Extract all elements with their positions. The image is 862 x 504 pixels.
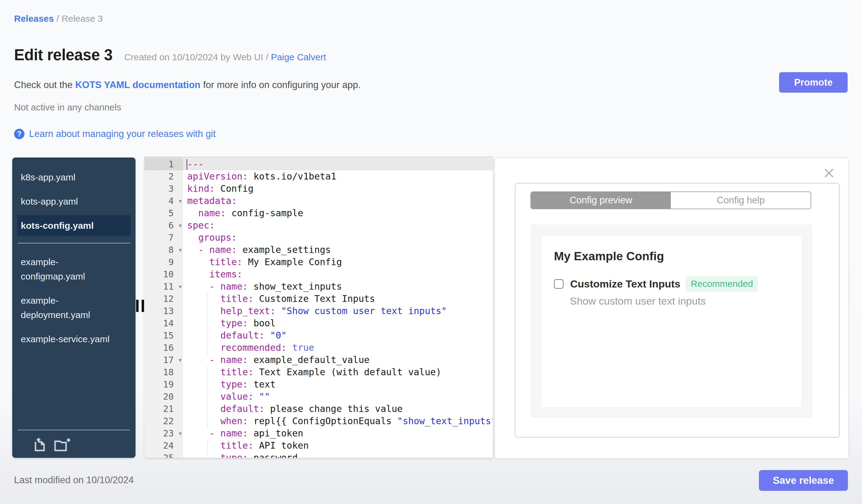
line-number: 8▾ [144,244,183,256]
promote-button[interactable]: Promote [779,72,848,93]
line-number: 10 [144,268,183,280]
sidebar-file-k8s-app.yaml[interactable]: k8s-app.yaml [12,167,135,188]
save-release-button[interactable]: Save release [759,470,848,491]
sidebar-file-example-service.yaml[interactable]: example-service.yaml [12,329,135,349]
sidebar-file-kots-app.yaml[interactable]: kots-app.yaml [12,191,135,212]
code-line-15[interactable]: 15 default: "0" [144,329,493,342]
sidebar-file-example-deployment.yaml[interactable]: example-deployment.yaml [12,290,135,326]
code-line-21[interactable]: 21 default: please change this value [144,403,493,415]
yaml-code-editor[interactable]: 1---2apiVersion: kots.io/v1beta13kind: C… [144,157,493,458]
channel-status: Not active in any channels [14,102,121,112]
fold-arrow-icon[interactable]: ▾ [179,280,182,293]
git-releases-link[interactable]: Learn about managing your releases with … [29,129,216,140]
add-file-icon[interactable] [32,437,47,452]
line-number: 13 [144,305,183,317]
code-line-10[interactable]: 10 items: [144,268,493,280]
sidebar-bottom-divider [18,430,130,430]
file-tree-sidebar: k8s-app.yamlkots-app.yamlkots-config.yam… [12,158,135,458]
breadcrumb: Releases / Release 3 [14,13,103,24]
code-text: type: text [183,378,276,390]
line-number: 23▾ [144,427,183,439]
line-number: 21 [144,403,183,415]
line-number: 6▾ [144,219,183,231]
tab-config-preview[interactable]: Config preview [531,192,671,209]
code-text: items: [183,268,243,280]
docs-suffix: for more info on configuring your app. [200,80,361,90]
code-text: title: Text Example (with default value) [183,366,441,378]
code-line-1[interactable]: 1--- [144,158,493,170]
code-line-24[interactable]: 24 title: API token [144,439,493,452]
fold-arrow-icon[interactable]: ▾ [179,427,182,439]
code-line-11[interactable]: 11▾ - name: show_text_inputs [144,280,493,293]
code-line-17[interactable]: 17▾ - name: example_default_value [144,354,493,366]
code-line-6[interactable]: 6▾spec: [144,219,493,231]
fold-arrow-icon[interactable]: ▾ [179,195,182,207]
code-line-13[interactable]: 13 help_text: "Show custom user text inp… [144,305,493,317]
code-text: --- [183,158,204,170]
file-list: k8s-app.yamlkots-app.yamlkots-config.yam… [12,167,135,353]
config-preview-panel: Config previewConfig help My Example Con… [495,158,849,459]
code-line-18[interactable]: 18 title: Text Example (with default val… [144,366,493,378]
code-line-22[interactable]: 22 when: repl{{ ConfigOptionEquals "show… [144,415,493,427]
sidebar-resize-handle[interactable] [136,300,144,312]
editor-rows: 1---2apiVersion: kots.io/v1beta13kind: C… [144,158,493,458]
breadcrumb-separator: / [54,13,62,24]
author-link[interactable]: Paige Calvert [271,52,326,62]
recommended-badge: Recommended [686,276,758,291]
tab-config-help[interactable]: Config help [671,192,811,209]
code-text: title: Customize Text Inputs [183,293,375,305]
code-text: kind: Config [183,183,253,195]
last-modified-text: Last modified on 10/10/2024 [14,475,134,486]
line-number: 17▾ [144,354,183,366]
code-line-5[interactable]: 5 name: config-sample [144,207,493,219]
add-folder-icon[interactable] [54,437,71,452]
code-text: recommended: true [183,342,314,354]
code-text: title: API token [183,439,309,452]
created-prefix: Created on 10/10/2024 by Web UI / [124,52,271,62]
breadcrumb-releases-link[interactable]: Releases [14,13,54,24]
line-number: 11▾ [144,280,183,293]
config-preview-box: Config previewConfig help My Example Con… [515,183,840,438]
file-label: k8s-app.yaml [21,170,119,184]
code-line-8[interactable]: 8▾ - name: example_settings [144,244,493,256]
code-line-14[interactable]: 14 type: bool [144,317,493,329]
code-text: name: config-sample [183,207,303,219]
code-line-20[interactable]: 20 value: "" [144,390,493,403]
close-icon[interactable] [823,167,835,179]
config-item-row: Customize Text Inputs Recommended [554,276,758,291]
fold-arrow-icon[interactable]: ▾ [179,219,182,231]
code-text: - name: api_token [183,427,303,439]
page-title: Edit release 3 [14,46,113,64]
code-line-4[interactable]: 4▾metadata: [144,195,493,207]
code-text: title: My Example Config [183,256,342,268]
code-line-2[interactable]: 2apiVersion: kots.io/v1beta1 [144,170,493,183]
sidebar-divider [18,243,130,243]
code-line-7[interactable]: 7 groups: [144,231,493,244]
code-line-9[interactable]: 9 title: My Example Config [144,256,493,268]
file-label: example-deployment.yaml [21,293,119,322]
code-text: - name: show_text_inputs [183,280,342,293]
line-number: 2 [144,170,183,183]
code-line-3[interactable]: 3kind: Config [144,183,493,195]
indent-guide [207,367,208,428]
code-line-25[interactable]: 25 type: password [144,452,493,458]
line-number: 25 [144,452,183,458]
code-line-16[interactable]: 16 recommended: true [144,342,493,354]
fold-arrow-icon[interactable]: ▾ [179,244,182,256]
sidebar-actions [32,437,71,452]
sidebar-file-example-configmap.yaml[interactable]: example-configmap.yaml [12,251,135,287]
indent-guide [207,293,208,355]
breadcrumb-current: Release 3 [62,13,103,24]
sidebar-file-kots-config.yaml[interactable]: kots-config.yaml [17,215,131,236]
code-line-23[interactable]: 23▾ - name: api_token [144,427,493,439]
code-text: groups: [183,231,237,244]
kots-yaml-docs-link[interactable]: KOTS YAML documentation [75,80,200,90]
question-mark-icon: ? [14,129,25,139]
code-line-19[interactable]: 19 type: text [144,378,493,390]
code-line-12[interactable]: 12 title: Customize Text Inputs [144,293,493,305]
line-number: 14 [144,317,183,329]
config-item-checkbox[interactable] [554,279,563,289]
fold-arrow-icon[interactable]: ▾ [179,354,182,366]
git-help-row: ? Learn about managing your releases wit… [14,129,216,140]
code-text: - name: example_settings [183,244,331,256]
